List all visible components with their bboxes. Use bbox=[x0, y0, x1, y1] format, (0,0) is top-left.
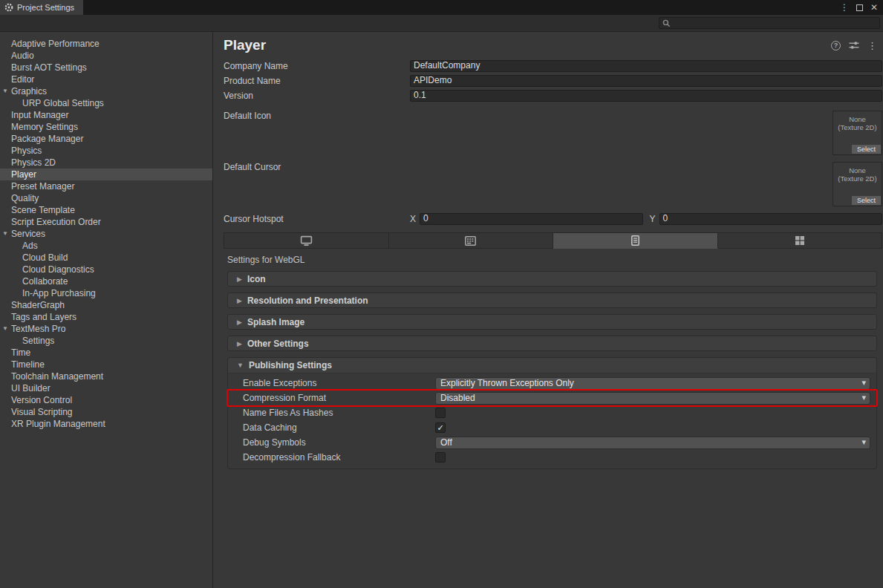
sidebar-item-scene-template[interactable]: Scene Template bbox=[0, 204, 212, 216]
section-other-settings[interactable]: ▶Other Settings bbox=[227, 336, 877, 351]
hotspot-x-field[interactable]: 0 bbox=[420, 213, 642, 225]
sidebar-item-memory-settings[interactable]: Memory Settings bbox=[0, 121, 212, 133]
default-cursor-object-picker[interactable]: None (Texture 2D) Select bbox=[833, 162, 882, 206]
sidebar-item-audio[interactable]: Audio bbox=[0, 50, 212, 62]
sidebar-item-label: ShaderGraph bbox=[11, 300, 65, 310]
platform-tab-desktop-platform[interactable] bbox=[224, 232, 389, 249]
sidebar-item-textmesh-pro[interactable]: ▼TextMesh Pro bbox=[0, 323, 212, 335]
sidebar-item-in-app-purchasing[interactable]: In-App Purchasing bbox=[0, 287, 212, 299]
close-icon[interactable]: ✕ bbox=[870, 3, 878, 12]
sidebar-item-toolchain-management[interactable]: Toolchain Management bbox=[0, 370, 212, 382]
compression-format-dropdown[interactable]: Disabled▾ bbox=[435, 392, 870, 405]
publishing-section-header[interactable]: ▼ Publishing Settings bbox=[228, 358, 876, 373]
sidebar-item-timeline[interactable]: Timeline bbox=[0, 359, 212, 370]
page-title: Player bbox=[224, 37, 266, 53]
default-cursor-row: Default Cursor None (Texture 2D) Select bbox=[224, 162, 882, 206]
sidebar-item-package-manager[interactable]: Package Manager bbox=[0, 133, 212, 145]
section-icon[interactable]: ▶Icon bbox=[227, 271, 877, 287]
sidebar-item-ui-builder[interactable]: UI Builder bbox=[0, 382, 212, 394]
foldout-open-icon[interactable]: ▼ bbox=[2, 323, 8, 335]
platform-tab-webgl-platform[interactable] bbox=[553, 232, 718, 249]
select-button[interactable]: Select bbox=[852, 145, 881, 154]
version-row: Version 0.1 bbox=[224, 90, 882, 102]
sidebar-item-xr-plugin-management[interactable]: XR Plugin Management bbox=[0, 418, 212, 430]
sidebar-item-label: Services bbox=[11, 229, 45, 239]
sidebar-item-label: Timeline bbox=[11, 359, 45, 370]
hotspot-y-field[interactable]: 0 bbox=[659, 213, 882, 225]
company-name-field[interactable]: DefaultCompany bbox=[410, 60, 882, 72]
setting-label: Enable Exceptions bbox=[243, 378, 435, 388]
section-label: Splash Image bbox=[247, 317, 304, 327]
panel-header: Player ? ⋮ bbox=[224, 36, 883, 54]
sidebar-item-quality[interactable]: Quality bbox=[0, 192, 212, 204]
data-caching-checkbox[interactable]: ✓ bbox=[435, 422, 446, 433]
sidebar-item-editor[interactable]: Editor bbox=[0, 74, 212, 85]
section-resolution-and-presentation[interactable]: ▶Resolution and Presentation bbox=[227, 293, 877, 308]
maximize-icon[interactable] bbox=[856, 4, 863, 11]
sidebar-item-shadergraph[interactable]: ShaderGraph bbox=[0, 299, 212, 311]
sidebar-item-adaptive-performance[interactable]: Adaptive Performance bbox=[0, 38, 212, 50]
search-input[interactable] bbox=[659, 17, 880, 29]
platform-tab-server-platform[interactable] bbox=[389, 232, 554, 249]
presets-icon[interactable] bbox=[849, 41, 859, 50]
section-label: Other Settings bbox=[247, 339, 309, 349]
dropdown-value: Off bbox=[440, 437, 452, 448]
sidebar-item-label: Physics bbox=[11, 146, 42, 156]
sidebar-item-time[interactable]: Time bbox=[0, 347, 212, 359]
version-field[interactable]: 0.1 bbox=[410, 90, 882, 102]
sidebar-item-urp-global-settings[interactable]: URP Global Settings bbox=[0, 97, 212, 109]
section-splash-image[interactable]: ▶Splash Image bbox=[227, 314, 877, 330]
dropdown-value: Explicitly Thrown Exceptions Only bbox=[440, 378, 574, 388]
panel-header-icons: ? ⋮ bbox=[831, 40, 877, 51]
desktop-platform-icon bbox=[300, 235, 313, 246]
name-files-as-hashes-checkbox[interactable] bbox=[435, 408, 446, 418]
help-icon[interactable]: ? bbox=[831, 41, 841, 50]
sidebar-item-cloud-build[interactable]: Cloud Build bbox=[0, 252, 212, 264]
sidebar-item-visual-scripting[interactable]: Visual Scripting bbox=[0, 406, 212, 418]
foldout-open-icon[interactable]: ▼ bbox=[2, 228, 8, 240]
sidebar-item-label: Toolchain Management bbox=[11, 371, 103, 382]
object-picker-value: None (Texture 2D) bbox=[833, 166, 882, 183]
foldout-closed-icon: ▶ bbox=[237, 297, 242, 304]
sidebar-item-version-control[interactable]: Version Control bbox=[0, 394, 212, 406]
sidebar-item-preset-manager[interactable]: Preset Manager bbox=[0, 180, 212, 192]
sidebar-item-physics-2d[interactable]: Physics 2D bbox=[0, 157, 212, 169]
field-label: Default Icon bbox=[224, 111, 410, 121]
sidebar-item-script-execution-order[interactable]: Script Execution Order bbox=[0, 216, 212, 228]
platform-tab-uwp-platform[interactable] bbox=[718, 232, 883, 249]
product-name-field[interactable]: APIDemo bbox=[410, 75, 882, 87]
y-axis-label: Y bbox=[650, 214, 656, 224]
sidebar-item-collaborate[interactable]: Collaborate bbox=[0, 275, 212, 287]
setting-label: Name Files As Hashes bbox=[243, 408, 435, 418]
setting-row-data-caching: Data Caching✓ bbox=[228, 420, 876, 435]
sidebar-item-cloud-diagnostics[interactable]: Cloud Diagnostics bbox=[0, 264, 212, 275]
section-label: Icon bbox=[247, 274, 266, 284]
uwp-platform-icon bbox=[795, 235, 805, 246]
sidebar-item-graphics[interactable]: ▼Graphics bbox=[0, 85, 212, 97]
kebab-menu-icon[interactable]: ⋮ bbox=[867, 40, 877, 51]
select-button[interactable]: Select bbox=[852, 196, 881, 205]
window-tab[interactable]: Project Settings bbox=[0, 0, 83, 15]
default-icon-object-picker[interactable]: None (Texture 2D) Select bbox=[833, 111, 882, 155]
sidebar-item-burst-aot-settings[interactable]: Burst AOT Settings bbox=[0, 62, 212, 74]
setting-row-compression-format: Compression FormatDisabled▾ bbox=[228, 391, 876, 405]
sidebar-item-input-manager[interactable]: Input Manager bbox=[0, 109, 212, 121]
sidebar-item-services[interactable]: ▼Services bbox=[0, 228, 212, 240]
sidebar-item-label: Physics 2D bbox=[11, 157, 56, 168]
decompression-fallback-checkbox[interactable] bbox=[435, 452, 446, 463]
setting-label: Decompression Fallback bbox=[243, 452, 435, 463]
search-toolbar bbox=[0, 15, 883, 32]
sidebar-item-settings[interactable]: Settings bbox=[0, 335, 212, 347]
foldout-open-icon[interactable]: ▼ bbox=[2, 85, 8, 97]
sidebar-item-player[interactable]: Player bbox=[0, 169, 212, 180]
debug-symbols-dropdown[interactable]: Off▾ bbox=[435, 437, 870, 449]
enable-exceptions-dropdown[interactable]: Explicitly Thrown Exceptions Only▾ bbox=[435, 377, 870, 390]
chevron-down-icon: ▾ bbox=[861, 378, 866, 388]
sidebar-item-ads[interactable]: Ads bbox=[0, 240, 212, 252]
sidebar-item-physics[interactable]: Physics bbox=[0, 145, 212, 157]
default-icon-row: Default Icon None (Texture 2D) Select bbox=[224, 111, 882, 155]
kebab-menu-icon[interactable]: ⋮ bbox=[840, 3, 849, 12]
dropdown-value: Disabled bbox=[440, 393, 475, 403]
foldout-closed-icon: ▶ bbox=[237, 318, 242, 326]
sidebar-item-tags-and-layers[interactable]: Tags and Layers bbox=[0, 311, 212, 323]
